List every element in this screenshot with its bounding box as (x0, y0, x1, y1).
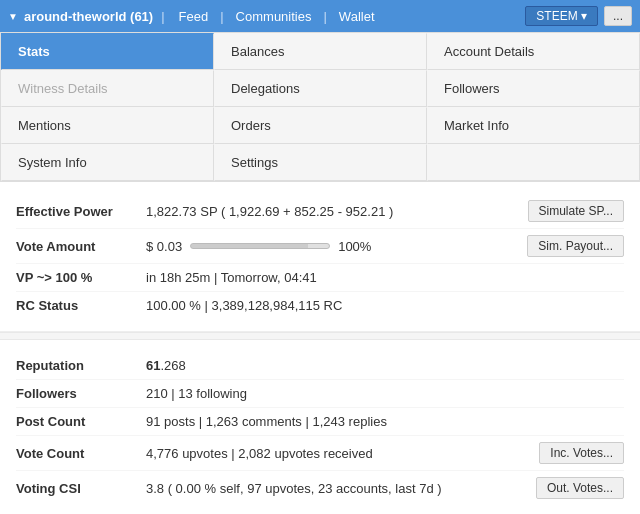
menu-orders[interactable]: Orders (214, 107, 427, 144)
vote-count-row: Vote Count 4,776 upvotes | 2,082 upvotes… (16, 436, 624, 471)
menu-account-details[interactable]: Account Details (427, 33, 640, 70)
username-label: around-theworld (61) (24, 9, 153, 24)
followers-label: Followers (16, 386, 146, 401)
menu-system-info[interactable]: System Info (1, 144, 214, 181)
vote-count-value: 4,776 upvotes | 2,082 upvotes received (146, 446, 539, 461)
header-right: STEEM ▾ ... (525, 6, 632, 26)
menu-stats[interactable]: Stats (1, 33, 214, 70)
voting-csi-row: Voting CSI 3.8 ( 0.00 % self, 97 upvotes… (16, 471, 624, 505)
vp-value: in 18h 25m | Tomorrow, 04:41 (146, 270, 624, 285)
menu-settings[interactable]: Settings (214, 144, 427, 181)
vote-amount-row: Vote Amount $ 0.03 100% Sim. Payout... (16, 229, 624, 264)
vp-row: VP ~> 100 % in 18h 25m | Tomorrow, 04:41 (16, 264, 624, 292)
menu-balances[interactable]: Balances (214, 33, 427, 70)
vote-slider[interactable] (190, 243, 330, 249)
vote-dollar-value: $ 0.03 (146, 239, 182, 254)
rc-status-label: RC Status (16, 298, 146, 313)
inc-votes-action: Inc. Votes... (539, 442, 624, 464)
content-area: Effective Power 1,822.73 SP ( 1,922.69 +… (0, 182, 640, 514)
nav-sep-2: | (218, 9, 225, 24)
vote-amount-label: Vote Amount (16, 239, 146, 254)
out-votes-action: Out. Votes... (536, 477, 624, 499)
nav-sep-3: | (321, 9, 328, 24)
nav-communities[interactable]: Communities (226, 9, 322, 24)
nav-wallet[interactable]: Wallet (329, 9, 385, 24)
dropdown-icon[interactable]: ▼ (8, 11, 18, 22)
nav-menu: Stats Balances Account Details Witness D… (0, 32, 640, 182)
post-count-value: 91 posts | 1,263 comments | 1,243 replie… (146, 414, 624, 429)
vote-pct: 100% (338, 239, 371, 254)
effective-power-label: Effective Power (16, 204, 146, 219)
reputation-row: Reputation 61.268 (16, 352, 624, 380)
simulate-sp-button[interactable]: Simulate SP... (528, 200, 624, 222)
reputation-value: 61.268 (146, 358, 624, 373)
section-divider (0, 332, 640, 340)
sim-payout-button[interactable]: Sim. Payout... (527, 235, 624, 257)
more-button[interactable]: ... (604, 6, 632, 26)
vp-label: VP ~> 100 % (16, 270, 146, 285)
menu-empty (427, 144, 640, 181)
menu-delegations[interactable]: Delegations (214, 70, 427, 107)
nav-feed[interactable]: Feed (169, 9, 219, 24)
steem-button[interactable]: STEEM ▾ (525, 6, 598, 26)
vote-amount-value: $ 0.03 100% (146, 239, 527, 254)
menu-followers[interactable]: Followers (427, 70, 640, 107)
vote-count-label: Vote Count (16, 446, 146, 461)
followers-value: 210 | 13 following (146, 386, 624, 401)
voting-csi-value: 3.8 ( 0.00 % self, 97 upvotes, 23 accoun… (146, 481, 536, 496)
reputation-label: Reputation (16, 358, 146, 373)
header-nav: | Feed | Communities | Wallet (157, 9, 384, 24)
rc-status-row: RC Status 100.00 % | 3,389,128,984,115 R… (16, 292, 624, 319)
followers-row: Followers 210 | 13 following (16, 380, 624, 408)
post-count-label: Post Count (16, 414, 146, 429)
post-count-row: Post Count 91 posts | 1,263 comments | 1… (16, 408, 624, 436)
nav-sep-1: | (157, 9, 168, 24)
stats-section-2: Reputation 61.268 Followers 210 | 13 fol… (0, 340, 640, 514)
effective-power-row: Effective Power 1,822.73 SP ( 1,922.69 +… (16, 194, 624, 229)
simulate-sp-action: Simulate SP... (528, 200, 624, 222)
menu-market-info[interactable]: Market Info (427, 107, 640, 144)
rc-status-value: 100.00 % | 3,389,128,984,115 RC (146, 298, 624, 313)
inc-votes-button[interactable]: Inc. Votes... (539, 442, 624, 464)
stats-section-1: Effective Power 1,822.73 SP ( 1,922.69 +… (0, 182, 640, 332)
menu-mentions[interactable]: Mentions (1, 107, 214, 144)
voting-csi-label: Voting CSI (16, 481, 146, 496)
out-votes-button[interactable]: Out. Votes... (536, 477, 624, 499)
effective-power-value: 1,822.73 SP ( 1,922.69 + 852.25 - 952.21… (146, 204, 528, 219)
sim-payout-action: Sim. Payout... (527, 235, 624, 257)
header-bar: ▼ around-theworld (61) | Feed | Communit… (0, 0, 640, 32)
menu-witness-details: Witness Details (1, 70, 214, 107)
